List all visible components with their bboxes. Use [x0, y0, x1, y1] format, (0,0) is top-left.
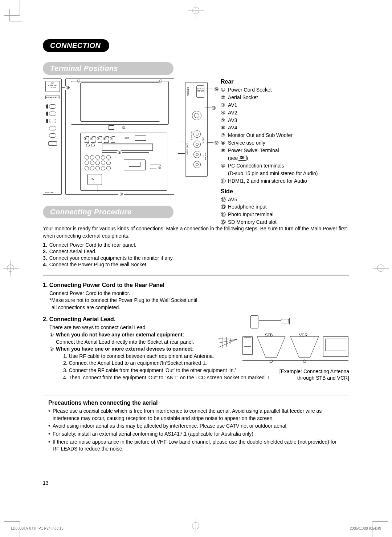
legend-side-list: ⑫AV5 ⑬Headphone input ⑭Photo Input termi…: [221, 196, 349, 226]
sub-connecting-power: 1. Connecting Power Cord to the Rear Pan…: [43, 282, 213, 311]
av5-label: INPUT (AV5): [186, 143, 188, 155]
callout-4: ④: [89, 136, 94, 142]
precautions-title: Precautions when connecting the aerial: [48, 400, 344, 406]
callout-13: ⑬: [211, 105, 216, 111]
wiring-diagram: STB VCR [Example: Connecting Antenna thr…: [219, 315, 349, 388]
precautions-box: Precautions when connecting the aerial P…: [43, 396, 349, 458]
callout-8: ⑧: [117, 150, 122, 156]
page-number: 13: [43, 480, 349, 486]
sub1-l1: Connect Power Cord to the monitor.: [43, 290, 213, 297]
diagram-caption-2: through STB and VCR]: [297, 375, 349, 381]
precaution-4: If there are noise appearance in the pic…: [48, 439, 344, 453]
callout-7: ⑦: [108, 136, 114, 142]
callout-6: ⑥: [102, 136, 107, 142]
vcr-icon: [288, 336, 321, 363]
callout-15: ⑮: [65, 85, 70, 91]
precaution-3: For safety, install an external aerial c…: [48, 431, 344, 438]
svg-marker-6: [257, 336, 285, 358]
step-3: Connect your external equipments to the …: [43, 255, 349, 261]
callout-14: ⑭: [213, 86, 219, 92]
footer: LD8800TA-8 t h -P1-P24.indd 13 2005/11/0…: [11, 526, 381, 530]
precaution-1: Please use a coaxial cable which is free…: [48, 408, 344, 422]
hdmi-label: HDMI: [124, 137, 129, 139]
svg-line-2: [219, 339, 237, 339]
subsection-header-terminal-positions: Terminal Positions: [43, 62, 173, 75]
stb-icon: [255, 336, 287, 363]
antenna-icon: [219, 337, 240, 348]
sd-label: SD MEMORY CARD: [46, 82, 59, 89]
registration-mark: [373, 261, 389, 276]
terminal-diagram-area: SD MEMORY CARD PUSH EJECT IR SEND: [43, 78, 349, 202]
side-panel-diagram: SD MEMORY CARD PUSH EJECT IR SEND: [43, 78, 62, 195]
steps-list: Connect Power Cord to the rear panel. Co…: [43, 242, 349, 267]
sub1-title: 1. Connecting Power Cord to the Rear Pan…: [43, 282, 213, 288]
callout-12: ⑫: [213, 140, 219, 146]
footer-right: 2005/11/09 9:54:49: [350, 526, 381, 530]
vcr-label: VCR: [299, 333, 307, 337]
callout-5: ⑤: [95, 136, 101, 142]
registration-mark: [188, 518, 204, 534]
video-label: VIDEO: [202, 137, 204, 144]
stb-label: STB: [265, 333, 273, 337]
side-panel-right-diagram: PHONES PHOTO INPUT INPUT (AV5) VIDEO L-A…: [185, 82, 208, 177]
svg-marker-8: [290, 336, 319, 358]
divider: [43, 275, 349, 275]
rear-panel-diagram: HDMI: [65, 78, 174, 195]
sub2-opt2-h: When you have one or more external devic…: [56, 346, 194, 352]
sub1-l3: all connections are completed.: [43, 304, 213, 311]
step-1: Connect Power Cord to the rear panel.: [43, 242, 349, 248]
step-2: Connect Aerial Lead.: [43, 249, 349, 254]
registration-mark: [188, 3, 204, 19]
section-header-connection: CONNECTION: [43, 39, 109, 52]
legend-side-heading: Side: [221, 188, 349, 195]
precaution-2: Avoid using indoor aerial as this may be…: [48, 423, 344, 430]
subsection-header-connecting-procedure: Connecting Procedure: [43, 206, 173, 218]
callout-3: ③: [82, 136, 88, 142]
laudio-label: L-AUDIO-R: [202, 153, 209, 160]
step-4: Connect the Power Plug to the Wall Socke…: [43, 262, 349, 267]
svg-line-1: [219, 339, 237, 343]
callout-9: ⑨: [156, 165, 162, 171]
sub1-l2: *Make sure not to connect the Power Plug…: [43, 297, 213, 304]
callout-1: ①: [118, 191, 124, 197]
legend-rear-list: ①Power Cord Socket ②Aerial Socket ③AV1 ④…: [221, 86, 349, 185]
legend-block: Rear ①Power Cord Socket ②Aerial Socket ③…: [221, 78, 349, 226]
sub2-opt1-h: When you do not have any other external …: [56, 332, 184, 338]
push-eject-label: PUSH EJECT: [45, 96, 60, 99]
callout-2: ②: [121, 125, 127, 131]
phones-label: PHONES: [187, 87, 189, 96]
legend-rear-heading: Rear: [221, 78, 349, 85]
footer-left: LD8800TA-8 t h -P1-P24.indd 13: [11, 526, 64, 530]
photo-label: PHOTO INPUT: [197, 88, 204, 92]
intro-text: Your monitor is ready for various kinds …: [43, 225, 349, 240]
diagram-caption-1: [Example: Connecting Antenna: [279, 368, 349, 374]
irsend-label-b: IR SEND: [45, 191, 54, 194]
registration-mark: [3, 261, 19, 276]
svideo-label: S-VIDEO: [191, 131, 193, 140]
svg-line-0: [219, 339, 237, 347]
